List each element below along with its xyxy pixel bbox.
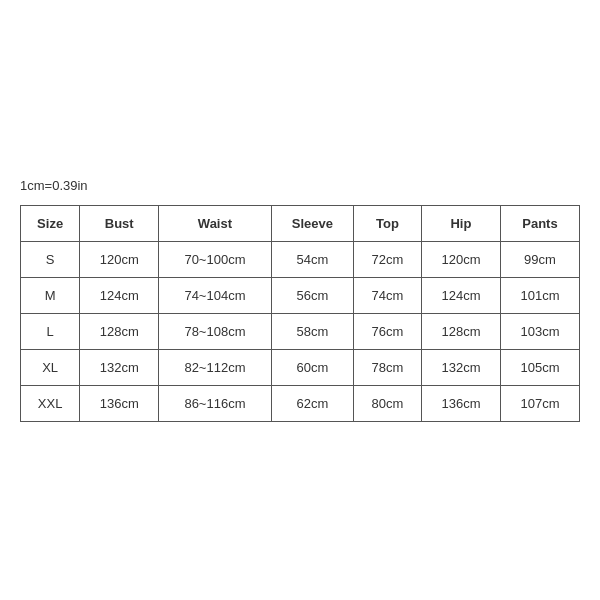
cell-r2-c5: 128cm: [421, 314, 500, 350]
cell-r1-c5: 124cm: [421, 278, 500, 314]
cell-r0-c3: 54cm: [271, 242, 353, 278]
table-body: S120cm70~100cm54cm72cm120cm99cmM124cm74~…: [21, 242, 580, 422]
header-cell-bust: Bust: [80, 206, 159, 242]
cell-r3-c1: 132cm: [80, 350, 159, 386]
cell-r2-c6: 103cm: [500, 314, 579, 350]
cell-r4-c6: 107cm: [500, 386, 579, 422]
cell-r0-c5: 120cm: [421, 242, 500, 278]
cell-r1-c0: M: [21, 278, 80, 314]
cell-r1-c6: 101cm: [500, 278, 579, 314]
table-row: L128cm78~108cm58cm76cm128cm103cm: [21, 314, 580, 350]
table-row: S120cm70~100cm54cm72cm120cm99cm: [21, 242, 580, 278]
header-cell-size: Size: [21, 206, 80, 242]
cell-r3-c0: XL: [21, 350, 80, 386]
table-header: SizeBustWaistSleeveTopHipPants: [21, 206, 580, 242]
cell-r0-c1: 120cm: [80, 242, 159, 278]
cell-r3-c3: 60cm: [271, 350, 353, 386]
cell-r2-c0: L: [21, 314, 80, 350]
cell-r2-c1: 128cm: [80, 314, 159, 350]
cell-r4-c5: 136cm: [421, 386, 500, 422]
main-container: 1cm=0.39in SizeBustWaistSleeveTopHipPant…: [20, 178, 580, 422]
header-cell-hip: Hip: [421, 206, 500, 242]
header-cell-pants: Pants: [500, 206, 579, 242]
cell-r3-c5: 132cm: [421, 350, 500, 386]
cell-r2-c3: 58cm: [271, 314, 353, 350]
cell-r4-c3: 62cm: [271, 386, 353, 422]
cell-r0-c2: 70~100cm: [159, 242, 271, 278]
cell-r1-c3: 56cm: [271, 278, 353, 314]
cell-r4-c2: 86~116cm: [159, 386, 271, 422]
cell-r4-c4: 80cm: [353, 386, 421, 422]
cell-r4-c1: 136cm: [80, 386, 159, 422]
cell-r4-c0: XXL: [21, 386, 80, 422]
header-cell-top: Top: [353, 206, 421, 242]
cell-r0-c4: 72cm: [353, 242, 421, 278]
cell-r1-c1: 124cm: [80, 278, 159, 314]
cell-r0-c6: 99cm: [500, 242, 579, 278]
cell-r1-c2: 74~104cm: [159, 278, 271, 314]
table-row: M124cm74~104cm56cm74cm124cm101cm: [21, 278, 580, 314]
header-cell-waist: Waist: [159, 206, 271, 242]
table-row: XL132cm82~112cm60cm78cm132cm105cm: [21, 350, 580, 386]
size-table: SizeBustWaistSleeveTopHipPants S120cm70~…: [20, 205, 580, 422]
header-cell-sleeve: Sleeve: [271, 206, 353, 242]
cell-r3-c4: 78cm: [353, 350, 421, 386]
cell-r1-c4: 74cm: [353, 278, 421, 314]
cell-r3-c2: 82~112cm: [159, 350, 271, 386]
cell-r2-c2: 78~108cm: [159, 314, 271, 350]
cell-r0-c0: S: [21, 242, 80, 278]
header-row: SizeBustWaistSleeveTopHipPants: [21, 206, 580, 242]
conversion-note: 1cm=0.39in: [20, 178, 580, 193]
cell-r2-c4: 76cm: [353, 314, 421, 350]
table-row: XXL136cm86~116cm62cm80cm136cm107cm: [21, 386, 580, 422]
cell-r3-c6: 105cm: [500, 350, 579, 386]
